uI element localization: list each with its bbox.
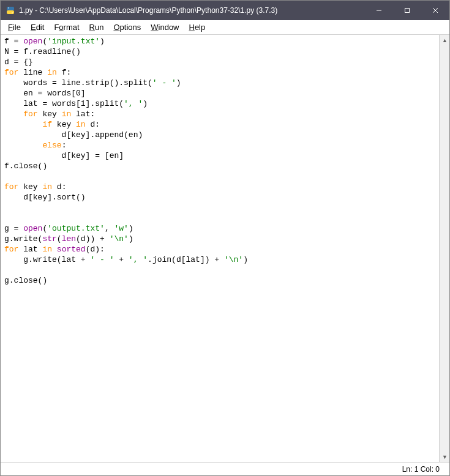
editor-area: f = open('input.txt')N = f.readline()d =… — [1, 35, 449, 462]
menu-file[interactable]: File — [3, 21, 26, 33]
vertical-scrollbar[interactable]: ▲ ▼ — [439, 35, 449, 462]
svg-point-3 — [12, 12, 13, 13]
code-line: d[key] = [en] — [4, 151, 435, 161]
code-line: N = f.readline() — [4, 46, 435, 57]
code-line: lat = words[1].split(', ') — [4, 99, 435, 109]
statusbar: Ln: 1 Col: 0 — [1, 462, 449, 475]
maximize-button[interactable] — [393, 1, 421, 20]
code-line: g.close() — [4, 275, 435, 286]
code-line: words = line.strip().split(' - ') — [4, 78, 435, 88]
code-line: for lat in sorted(d): — [4, 244, 435, 255]
code-line — [4, 203, 435, 213]
code-line: for key in d: — [4, 182, 435, 192]
code-line: for line in f: — [4, 67, 435, 78]
code-line: g.write(lat + ' - ' + ', '.join(d[lat]) … — [4, 255, 435, 265]
idle-window: 1.py - C:\Users\User\AppData\Local\Progr… — [0, 0, 450, 476]
code-line: g.write(str(len(d)) + '\n') — [4, 234, 435, 244]
menu-edit[interactable]: Edit — [26, 21, 49, 33]
menu-run[interactable]: Run — [84, 21, 109, 33]
scroll-up-icon[interactable]: ▲ — [440, 35, 449, 45]
code-line: d[key].sort() — [4, 192, 435, 203]
code-line: else: — [4, 140, 435, 151]
svg-point-2 — [8, 7, 9, 9]
titlebar[interactable]: 1.py - C:\Users\User\AppData\Local\Progr… — [1, 1, 449, 20]
python-icon — [6, 6, 15, 15]
cursor-position: Ln: 1 Col: 0 — [402, 465, 440, 474]
scroll-down-icon[interactable]: ▼ — [440, 452, 449, 462]
code-line: if key in d: — [4, 119, 435, 130]
menu-window[interactable]: Window — [146, 21, 184, 33]
menu-options[interactable]: Options — [108, 21, 146, 33]
code-line — [4, 171, 435, 182]
svg-rect-5 — [405, 9, 410, 13]
svg-rect-0 — [7, 7, 14, 10]
window-controls — [365, 1, 449, 20]
menu-format[interactable]: Format — [49, 21, 84, 33]
code-line: for key in lat: — [4, 109, 435, 119]
code-line: en = words[0] — [4, 88, 435, 99]
minimize-button[interactable] — [365, 1, 393, 20]
menubar: File Edit Format Run Options Window Help — [1, 20, 449, 35]
code-line: f = open('input.txt') — [4, 36, 435, 46]
window-title: 1.py - C:\Users\User\AppData\Local\Progr… — [19, 6, 365, 15]
close-button[interactable] — [421, 1, 449, 20]
code-editor[interactable]: f = open('input.txt')N = f.readline()d =… — [1, 35, 439, 462]
code-line: f.close() — [4, 161, 435, 171]
menu-help[interactable]: Help — [184, 21, 211, 33]
code-line: g = open('output.txt', 'w') — [4, 223, 435, 234]
code-line: d = {} — [4, 57, 435, 67]
code-line: d[key].append(en) — [4, 130, 435, 140]
code-line — [4, 265, 435, 275]
code-line — [4, 213, 435, 223]
svg-rect-1 — [7, 10, 14, 14]
